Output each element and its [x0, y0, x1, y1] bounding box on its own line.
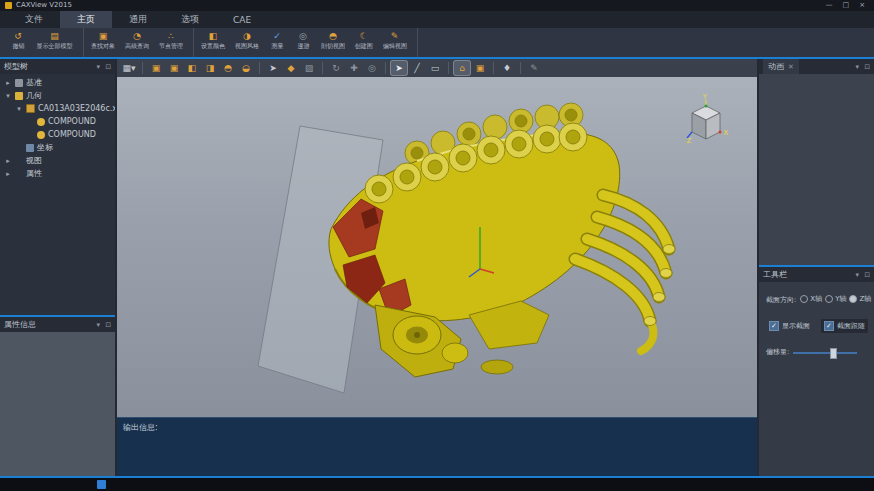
tab-主页[interactable]: 主页 [60, 11, 112, 28]
tree-expander-icon[interactable]: ▾ [15, 105, 23, 113]
ribbon-button-漫游[interactable]: ◎漫游 [290, 30, 316, 52]
orbit-icon[interactable]: ◎ [364, 61, 380, 75]
toolbar-separator [322, 62, 323, 74]
tab-close-icon[interactable]: ✕ [788, 63, 794, 71]
ribbon-button-视图风格[interactable]: ◑视图风格 [230, 30, 264, 52]
radio-dot-icon [800, 295, 808, 303]
bulb-icon [37, 131, 45, 139]
ribbon-button-剖切视图[interactable]: ◓剖切视图 [316, 30, 350, 52]
view-list-dropdown[interactable]: ▦▾ [121, 61, 137, 75]
left-view-icon[interactable]: ◧ [184, 61, 200, 75]
edit-note-icon[interactable]: ✎ [526, 61, 542, 75]
panel-pin-icon[interactable]: ⊡ [864, 63, 870, 71]
ribbon-button-撤销[interactable]: ↺撤销 [5, 30, 31, 52]
radio-label: Y轴 [835, 294, 846, 304]
ribbon-button-label: 剖切视图 [321, 42, 345, 50]
view-cube[interactable]: Y X Z [685, 91, 729, 143]
stamp-icon[interactable]: ♦ [499, 61, 515, 75]
offset-slider[interactable] [793, 348, 857, 357]
tab-文件[interactable]: 文件 [8, 11, 60, 28]
ribbon-group-3: ◧设置颜色◑视图风格✓测量◎漫游◓剖切视图☾创建图✎编辑视图 [194, 28, 418, 57]
maximize-button[interactable]: □ [843, 0, 850, 11]
section-tools-body: 截面方向: X轴Y轴Z轴 ✓显示截面✓截面跟随 偏移量: [759, 282, 874, 357]
none-icon [15, 170, 23, 178]
radio-Z轴[interactable]: Z轴 [849, 294, 871, 304]
markup-icon[interactable]: ▨ [301, 61, 317, 75]
animation-tab[interactable]: 动画 ✕ [763, 59, 799, 74]
properties-title: 属性信息 [4, 319, 36, 330]
rotate-icon[interactable]: ↻ [328, 61, 344, 75]
offset-slider-handle[interactable] [830, 348, 837, 359]
title-bar: CAXView V2015 —□× [0, 0, 874, 11]
panel-menu-icon[interactable]: ▾ [856, 63, 860, 71]
tab-选项[interactable]: 选项 [164, 11, 216, 28]
tree-item[interactable]: ▸基准 [0, 76, 115, 89]
tree-item[interactable]: ▾CA013A03E2046c.x_t [0, 102, 115, 115]
bottom-view-icon[interactable]: ◒ [238, 61, 254, 75]
eraser-icon[interactable]: ▭ [427, 61, 443, 75]
ribbon-toolbar: ↺撤销▤显示全部模型▣查找对象◔高级查询∴节点管理◧设置颜色◑视图风格✓测量◎漫… [0, 28, 874, 57]
tab-通用[interactable]: 通用 [112, 11, 164, 28]
ribbon-button-测量[interactable]: ✓测量 [264, 30, 290, 52]
viewport-3d[interactable]: Y X Z [117, 77, 757, 418]
ribbon-icon-显示全部模型: ▤ [50, 31, 59, 41]
checkbox-icon: ✓ [769, 321, 779, 331]
tree-expander-icon[interactable]: ▸ [4, 79, 12, 87]
tree-item-label: COMPOUND [48, 117, 96, 126]
toolbar-separator [142, 62, 143, 74]
panel-menu-icon[interactable]: ▾ [97, 63, 101, 71]
line-sketch-icon[interactable]: ╱ [409, 61, 425, 75]
ribbon-button-编辑视图[interactable]: ✎编辑视图 [378, 30, 412, 52]
tree-item[interactable]: COMPOUND [0, 128, 115, 141]
ribbon-button-label: 创建图 [355, 42, 373, 50]
panel-pin-icon[interactable]: ⊡ [864, 271, 870, 279]
pan-icon[interactable]: ✚ [346, 61, 362, 75]
measure-distance-icon[interactable]: ◆ [283, 61, 299, 75]
ribbon-button-高级查询[interactable]: ◔高级查询 [120, 30, 154, 52]
ribbon-button-label: 撤销 [12, 42, 24, 50]
tree-item-label: 属性 [26, 168, 42, 179]
ribbon-icon-创建图: ☾ [360, 31, 368, 41]
panel-menu-icon[interactable]: ▾ [97, 321, 101, 329]
tree-item[interactable]: 坐标 [0, 141, 115, 154]
tree-expander-icon[interactable]: ▸ [4, 170, 12, 178]
right-view-icon[interactable]: ◨ [202, 61, 218, 75]
minimize-button[interactable]: — [826, 0, 833, 11]
home-view-icon[interactable]: ⌂ [454, 61, 470, 75]
tree-item-label: CA013A03E2046c.x_t [38, 104, 115, 113]
tree-item[interactable]: ▾几何 [0, 89, 115, 102]
toolbar-separator [448, 62, 449, 74]
tree-item[interactable]: ▸视图 [0, 154, 115, 167]
select-cursor-icon[interactable]: ➤ [391, 61, 407, 75]
save-view-icon[interactable]: ▣ [472, 61, 488, 75]
tree-item[interactable]: ▸属性 [0, 167, 115, 180]
ribbon-button-label: 节点管理 [159, 42, 183, 50]
top-view-icon[interactable]: ◓ [220, 61, 236, 75]
checkbox-截面跟随[interactable]: ✓截面跟随 [821, 319, 868, 333]
model-tree-header: 模型树 ▾ ⊡ [0, 59, 115, 74]
tree-item[interactable]: COMPOUND [0, 115, 115, 128]
measure-point-icon[interactable]: ➤ [265, 61, 281, 75]
front-view-icon[interactable]: ▣ [148, 61, 164, 75]
taskbar-app-icon[interactable] [97, 480, 106, 489]
radio-Y轴[interactable]: Y轴 [825, 294, 846, 304]
box-icon [26, 144, 34, 152]
panel-menu-icon[interactable]: ▾ [856, 271, 860, 279]
panel-pin-icon[interactable]: ⊡ [105, 63, 111, 71]
ribbon-button-label: 视图风格 [235, 42, 259, 50]
ribbon-icon-编辑视图: ✎ [391, 31, 399, 41]
ribbon-button-创建图[interactable]: ☾创建图 [350, 30, 378, 52]
tab-CAE[interactable]: CAE [216, 11, 268, 28]
ribbon-button-label: 测量 [271, 42, 283, 50]
ribbon-button-节点管理[interactable]: ∴节点管理 [154, 30, 188, 52]
radio-X轴[interactable]: X轴 [800, 294, 822, 304]
ribbon-button-查找对象[interactable]: ▣查找对象 [86, 30, 120, 52]
tree-expander-icon[interactable]: ▸ [4, 157, 12, 165]
ribbon-button-显示全部模型[interactable]: ▤显示全部模型 [31, 30, 78, 52]
close-button[interactable]: × [859, 0, 865, 11]
panel-pin-icon[interactable]: ⊡ [105, 321, 111, 329]
checkbox-显示截面[interactable]: ✓显示截面 [766, 319, 813, 333]
tree-expander-icon[interactable]: ▾ [4, 92, 12, 100]
ribbon-button-设置颜色[interactable]: ◧设置颜色 [196, 30, 230, 52]
back-view-icon[interactable]: ▣ [166, 61, 182, 75]
